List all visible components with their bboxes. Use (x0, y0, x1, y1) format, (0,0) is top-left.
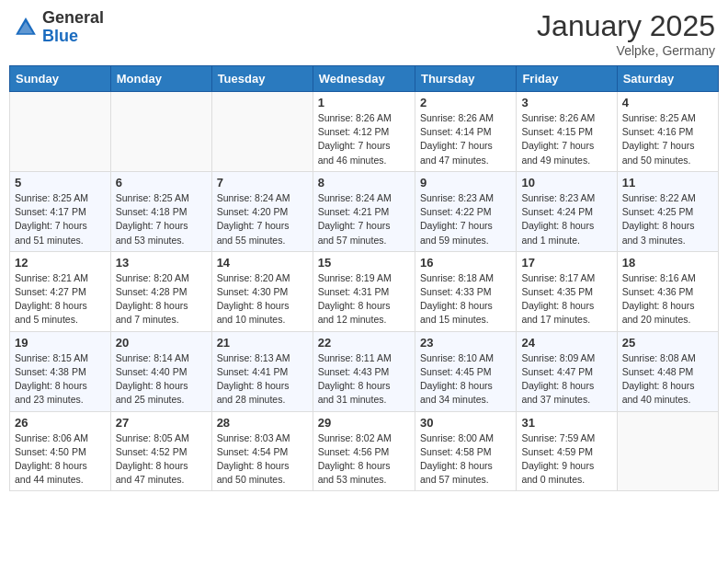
day-info: Sunrise: 8:25 AM Sunset: 4:16 PM Dayligh… (622, 111, 713, 167)
day-number: 3 (521, 96, 611, 109)
weekday-header: Thursday (415, 66, 516, 92)
day-number: 2 (420, 96, 511, 109)
logo-text: General Blue (42, 9, 104, 46)
day-number: 4 (622, 96, 713, 109)
calendar-cell: 11Sunrise: 8:22 AM Sunset: 4:25 PM Dayli… (617, 171, 718, 251)
day-info: Sunrise: 8:24 AM Sunset: 4:21 PM Dayligh… (318, 191, 410, 247)
calendar-cell: 10Sunrise: 8:23 AM Sunset: 4:24 PM Dayli… (517, 171, 617, 251)
calendar-cell: 3Sunrise: 8:26 AM Sunset: 4:15 PM Daylig… (517, 92, 617, 172)
day-number: 12 (15, 256, 106, 270)
calendar-cell: 28Sunrise: 8:03 AM Sunset: 4:54 PM Dayli… (211, 411, 313, 491)
day-info: Sunrise: 8:22 AM Sunset: 4:25 PM Dayligh… (622, 191, 713, 247)
weekday-header: Tuesday (211, 66, 313, 92)
calendar-cell: 23Sunrise: 8:10 AM Sunset: 4:45 PM Dayli… (415, 331, 516, 411)
day-info: Sunrise: 8:00 AM Sunset: 4:58 PM Dayligh… (420, 431, 511, 488)
month-title: January 2025 (537, 9, 715, 43)
day-info: Sunrise: 8:16 AM Sunset: 4:36 PM Dayligh… (622, 271, 713, 327)
day-number: 23 (420, 336, 511, 350)
calendar-cell: 5Sunrise: 8:25 AM Sunset: 4:17 PM Daylig… (10, 171, 111, 251)
weekday-header: Monday (110, 66, 211, 92)
calendar-cell (211, 92, 313, 172)
weekday-header: Wednesday (313, 66, 415, 92)
calendar-cell: 29Sunrise: 8:02 AM Sunset: 4:56 PM Dayli… (313, 411, 415, 491)
calendar-cell: 2Sunrise: 8:26 AM Sunset: 4:14 PM Daylig… (415, 92, 516, 172)
day-number: 31 (521, 416, 611, 430)
calendar-cell: 15Sunrise: 8:19 AM Sunset: 4:31 PM Dayli… (313, 251, 415, 331)
page-header: General Blue January 2025 Velpke, German… (9, 9, 719, 58)
day-info: Sunrise: 8:06 AM Sunset: 4:50 PM Dayligh… (15, 431, 106, 488)
day-info: Sunrise: 8:23 AM Sunset: 4:22 PM Dayligh… (420, 191, 511, 247)
logo-general: General (42, 9, 104, 28)
weekday-header: Saturday (617, 66, 718, 92)
weekday-header: Sunday (10, 66, 111, 92)
day-number: 29 (318, 416, 410, 430)
day-number: 16 (420, 256, 511, 270)
calendar-cell: 25Sunrise: 8:08 AM Sunset: 4:48 PM Dayli… (617, 331, 718, 411)
day-number: 24 (521, 336, 611, 350)
day-info: Sunrise: 8:24 AM Sunset: 4:20 PM Dayligh… (217, 191, 308, 247)
day-info: Sunrise: 8:25 AM Sunset: 4:18 PM Dayligh… (116, 191, 207, 247)
day-number: 13 (116, 256, 207, 270)
day-number: 9 (420, 176, 511, 190)
day-info: Sunrise: 8:19 AM Sunset: 4:31 PM Dayligh… (318, 271, 410, 327)
day-info: Sunrise: 8:20 AM Sunset: 4:30 PM Dayligh… (217, 271, 308, 327)
day-number: 18 (622, 256, 713, 270)
day-number: 27 (116, 416, 207, 430)
weekday-header: Friday (517, 66, 617, 92)
calendar-cell: 12Sunrise: 8:21 AM Sunset: 4:27 PM Dayli… (10, 251, 111, 331)
day-info: Sunrise: 8:13 AM Sunset: 4:41 PM Dayligh… (217, 351, 308, 408)
calendar-cell (110, 92, 211, 172)
day-number: 26 (15, 416, 106, 430)
calendar-cell (617, 411, 718, 491)
day-info: Sunrise: 8:10 AM Sunset: 4:45 PM Dayligh… (420, 351, 511, 408)
calendar-cell (10, 92, 111, 172)
day-number: 10 (521, 176, 611, 190)
calendar-table: SundayMondayTuesdayWednesdayThursdayFrid… (9, 65, 719, 491)
day-info: Sunrise: 8:26 AM Sunset: 4:12 PM Dayligh… (318, 111, 410, 167)
calendar-week-row: 19Sunrise: 8:15 AM Sunset: 4:38 PM Dayli… (10, 331, 719, 411)
calendar-week-row: 26Sunrise: 8:06 AM Sunset: 4:50 PM Dayli… (10, 411, 719, 491)
calendar-cell: 16Sunrise: 8:18 AM Sunset: 4:33 PM Dayli… (415, 251, 516, 331)
day-info: Sunrise: 8:23 AM Sunset: 4:24 PM Dayligh… (521, 191, 611, 247)
day-info: Sunrise: 8:26 AM Sunset: 4:14 PM Dayligh… (420, 111, 511, 167)
day-info: Sunrise: 7:59 AM Sunset: 4:59 PM Dayligh… (521, 431, 611, 488)
day-info: Sunrise: 8:15 AM Sunset: 4:38 PM Dayligh… (15, 351, 106, 408)
calendar-cell: 17Sunrise: 8:17 AM Sunset: 4:35 PM Dayli… (517, 251, 617, 331)
day-number: 7 (217, 176, 308, 190)
calendar-cell: 31Sunrise: 7:59 AM Sunset: 4:59 PM Dayli… (517, 411, 617, 491)
calendar-cell: 21Sunrise: 8:13 AM Sunset: 4:41 PM Dayli… (211, 331, 313, 411)
calendar-cell: 14Sunrise: 8:20 AM Sunset: 4:30 PM Dayli… (211, 251, 313, 331)
calendar-cell: 9Sunrise: 8:23 AM Sunset: 4:22 PM Daylig… (415, 171, 516, 251)
calendar-cell: 7Sunrise: 8:24 AM Sunset: 4:20 PM Daylig… (211, 171, 313, 251)
day-number: 8 (318, 176, 410, 190)
day-number: 21 (217, 336, 308, 350)
day-info: Sunrise: 8:18 AM Sunset: 4:33 PM Dayligh… (420, 271, 511, 327)
calendar-cell: 24Sunrise: 8:09 AM Sunset: 4:47 PM Dayli… (517, 331, 617, 411)
calendar-cell: 6Sunrise: 8:25 AM Sunset: 4:18 PM Daylig… (110, 171, 211, 251)
day-number: 1 (318, 96, 410, 109)
day-info: Sunrise: 8:20 AM Sunset: 4:28 PM Dayligh… (116, 271, 207, 327)
day-info: Sunrise: 8:08 AM Sunset: 4:48 PM Dayligh… (622, 351, 713, 408)
day-info: Sunrise: 8:02 AM Sunset: 4:56 PM Dayligh… (318, 431, 410, 488)
calendar-cell: 26Sunrise: 8:06 AM Sunset: 4:50 PM Dayli… (10, 411, 111, 491)
day-number: 28 (217, 416, 308, 430)
day-info: Sunrise: 8:05 AM Sunset: 4:52 PM Dayligh… (116, 431, 207, 488)
day-info: Sunrise: 8:25 AM Sunset: 4:17 PM Dayligh… (15, 191, 106, 247)
day-number: 14 (217, 256, 308, 270)
day-number: 19 (15, 336, 106, 350)
day-number: 11 (622, 176, 713, 190)
calendar-cell: 19Sunrise: 8:15 AM Sunset: 4:38 PM Dayli… (10, 331, 111, 411)
day-info: Sunrise: 8:09 AM Sunset: 4:47 PM Dayligh… (521, 351, 611, 408)
calendar-cell: 8Sunrise: 8:24 AM Sunset: 4:21 PM Daylig… (313, 171, 415, 251)
day-info: Sunrise: 8:17 AM Sunset: 4:35 PM Dayligh… (521, 271, 611, 327)
calendar-cell: 4Sunrise: 8:25 AM Sunset: 4:16 PM Daylig… (617, 92, 718, 172)
day-number: 30 (420, 416, 511, 430)
day-number: 15 (318, 256, 410, 270)
weekday-header-row: SundayMondayTuesdayWednesdayThursdayFrid… (10, 66, 719, 92)
calendar-week-row: 12Sunrise: 8:21 AM Sunset: 4:27 PM Dayli… (10, 251, 719, 331)
calendar-cell: 13Sunrise: 8:20 AM Sunset: 4:28 PM Dayli… (110, 251, 211, 331)
day-info: Sunrise: 8:21 AM Sunset: 4:27 PM Dayligh… (15, 271, 106, 327)
day-info: Sunrise: 8:11 AM Sunset: 4:43 PM Dayligh… (318, 351, 410, 408)
calendar-cell: 22Sunrise: 8:11 AM Sunset: 4:43 PM Dayli… (313, 331, 415, 411)
calendar-week-row: 5Sunrise: 8:25 AM Sunset: 4:17 PM Daylig… (10, 171, 719, 251)
